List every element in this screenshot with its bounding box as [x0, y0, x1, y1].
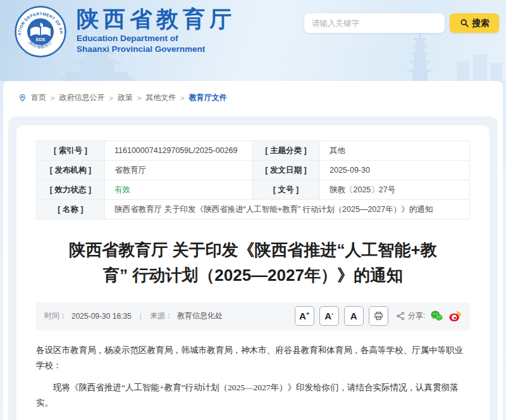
issuing-org-value: 省教育厅: [105, 161, 252, 180]
breadcrumb-gov-info[interactable]: 政府信息公开: [59, 92, 104, 103]
site-logo-seal: EDUCATION DEPARTMENT OF SHAANXI 陕西省教育厅 E…: [14, 5, 67, 58]
search-button[interactable]: 搜索: [450, 13, 499, 33]
font-increase-button[interactable]: A+: [295, 306, 314, 326]
breadcrumb-home[interactable]: 首页: [31, 92, 46, 103]
doc-info-table: [ 索引号 ] 11610000741297059L/2025-00269 [ …: [36, 140, 470, 219]
font-decrease-button[interactable]: A-: [319, 306, 339, 326]
search-input[interactable]: [304, 13, 445, 33]
font-decrease-sign: -: [331, 311, 333, 317]
table-row: [ 名称 ] 陕西省教育厅 关于印发《陕西省推进“人工智能+教育” 行动计划（2…: [37, 200, 470, 219]
breadcrumb-separator: >: [51, 94, 54, 102]
breadcrumb-separator: >: [109, 94, 113, 102]
search-button-label: 搜索: [472, 18, 490, 29]
meta-divider: |: [136, 312, 145, 321]
topic-category-value: 其他: [320, 141, 470, 161]
issue-date-label: [ 发文日期 ]: [252, 161, 320, 180]
issue-date-value: 2025-09-30: [320, 161, 470, 180]
search-icon: [460, 18, 469, 28]
share-label: 分享:: [408, 311, 425, 321]
validity-status-label: [ 效力状态 ]: [37, 180, 105, 200]
font-reset-label: A: [350, 311, 357, 321]
wechat-share-icon[interactable]: [430, 309, 443, 323]
location-pin-icon: [18, 94, 27, 102]
font-decrease-label: A: [324, 311, 331, 321]
article-meta-bar: 时间： 2025-09-30 16:35 | 来源： 教育信息化处 A+ A- …: [36, 302, 470, 330]
source-label: 来源：: [150, 311, 173, 321]
source-value: 教育信息化处: [177, 311, 223, 321]
article-body: 各设区市教育局，杨凌示范区教育局，韩城市教育局，神木市、府谷县教育和体育局，各高…: [36, 343, 470, 420]
doc-number-label: [ 文号 ]: [252, 180, 320, 200]
table-row: [ 索引号 ] 11610000741297059L/2025-00269 [ …: [37, 141, 470, 161]
document-card-inner: [ 索引号 ] 11610000741297059L/2025-00269 [ …: [16, 125, 490, 420]
index-number-value: 11610000741297059L/2025-00269: [105, 141, 252, 161]
doc-name-value: 陕西省教育厅 关于印发《陕西省推进“人工智能+教育” 行动计划（2025—202…: [105, 200, 470, 219]
breadcrumb: 首页 > 政府信息公开 > 政策 > 其他文件 > 教育厅文件: [3, 81, 503, 111]
topic-category-label: [ 主题分类 ]: [252, 141, 320, 161]
table-row: [ 效力状态 ] 有效 [ 文号 ] 陕教〔2025〕27号: [37, 180, 470, 200]
table-row: [ 发布机构 ] 省教育厅 [ 发文日期 ] 2025-09-30: [37, 161, 470, 180]
doc-name-label: [ 名称 ]: [37, 200, 105, 219]
buildings-watermark: [455, 53, 503, 81]
page-title: 陕西省教育厅 关于印发《陕西省推进“人工智能+教育” 行动计划（2025—202…: [63, 237, 443, 288]
index-number-label: [ 索引号 ]: [37, 141, 105, 161]
font-increase-sign: +: [306, 311, 309, 317]
breadcrumb-other-docs[interactable]: 其他文件: [145, 92, 176, 103]
pagoda-watermark: [405, 32, 435, 81]
breadcrumb-separator: >: [180, 94, 184, 102]
breadcrumb-separator: >: [137, 94, 141, 102]
printer-icon: [373, 311, 384, 321]
breadcrumb-current[interactable]: 教育厅文件: [189, 92, 227, 103]
article-paragraph: 现将《陕西省推进“人工智能+教育”行动计划（2025—2027年）》印发给你们，…: [36, 380, 470, 411]
share-icon: [396, 311, 405, 321]
article-salutation: 各设区市教育局，杨凌示范区教育局，韩城市教育局，神木市、府谷县教育和体育局，各高…: [36, 343, 470, 374]
time-label: 时间：: [44, 311, 67, 321]
document-card-outer: [ 索引号 ] 11610000741297059L/2025-00269 [ …: [8, 116, 498, 420]
site-header: EDUCATION DEPARTMENT OF SHAANXI 陕西省教育厅 E…: [0, 0, 506, 81]
time-value: 2025-09-30 16:35: [71, 312, 132, 321]
breadcrumb-policy[interactable]: 政策: [118, 92, 133, 103]
validity-status-value: 有效: [105, 180, 252, 200]
seal-center-text: EDS: [36, 37, 46, 42]
font-reset-button[interactable]: A: [344, 306, 364, 326]
weibo-share-icon[interactable]: [448, 309, 462, 323]
doc-number-value: 陕教〔2025〕27号: [320, 180, 470, 200]
site-subtitle-line1: Education Department of: [77, 34, 236, 44]
issuing-org-label: [ 发布机构 ]: [37, 161, 105, 180]
print-button[interactable]: [369, 306, 388, 326]
site-subtitle-line2: Shaanxi Provincial Government: [77, 44, 236, 55]
main-content: 首页 > 政府信息公开 > 政策 > 其他文件 > 教育厅文件 [ 索引号 ] …: [3, 81, 503, 420]
font-increase-label: A: [299, 311, 306, 321]
site-title: 陕西省教育厅: [77, 8, 236, 32]
